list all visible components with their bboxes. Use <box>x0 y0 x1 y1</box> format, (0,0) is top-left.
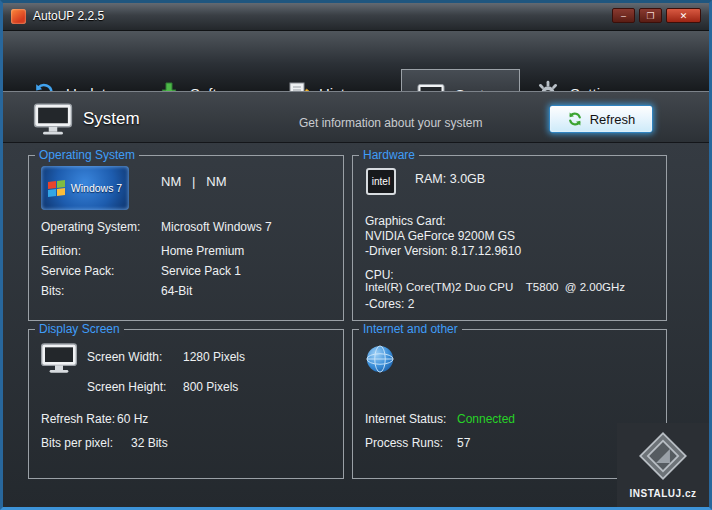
os-user-names: NM | NM <box>161 174 226 189</box>
monitor-icon <box>39 342 79 378</box>
windows-flag-icon <box>48 180 65 197</box>
os-row: Operating System:Microsoft Windows 7 <box>41 220 337 234</box>
row-label: Bits per pixel: <box>41 436 131 450</box>
row-label: Internet Status: <box>365 412 457 426</box>
row-label: Screen Height: <box>87 380 183 394</box>
row-label: Bits: <box>41 284 161 298</box>
row-value: 1280 Pixels <box>183 350 245 364</box>
instaluj-watermark: INSTALUJ.cz <box>617 423 709 507</box>
instaluj-logo-icon <box>638 431 688 485</box>
title-bar: AutoUP 2.2.5 – ❐ ✕ <box>3 3 709 31</box>
row-value: 800 Pixels <box>183 380 238 394</box>
watermark-text: INSTALUJ.cz <box>630 488 697 499</box>
panel-hardware: Hardware intel RAM: 3.0GB Graphics Card:… <box>352 155 667 321</box>
intel-logo: intel <box>366 168 396 195</box>
row-value: 32 Bits <box>131 436 168 450</box>
process-runs-row: Process Runs:57 <box>365 436 470 450</box>
row-value: 64-Bit <box>161 284 192 298</box>
panel-display-screen: Display Screen Screen Width:1280 Pixels … <box>28 329 344 479</box>
panel-title: Hardware <box>359 148 419 162</box>
os-row: Service Pack:Service Pack 1 <box>41 264 337 278</box>
row-value: 60 Hz <box>117 412 148 426</box>
panel-title: Operating System <box>35 148 139 162</box>
driver-version: -Driver Version: 8.17.12.9610 <box>365 244 521 258</box>
tab-bar: Updates Software History <box>3 31 709 91</box>
ram-value: RAM: 3.0GB <box>415 172 485 186</box>
row-label: Operating System: <box>41 220 161 234</box>
maximize-button[interactable]: ❐ <box>639 8 662 23</box>
row-label: Refresh Rate: <box>41 412 117 426</box>
row-value: Microsoft Windows 7 <box>161 220 272 234</box>
refresh-button[interactable]: Refresh <box>549 105 653 133</box>
app-icon <box>11 9 26 24</box>
main-content: Operating System Windows 7 NM | NM Opera… <box>3 143 709 507</box>
row-label: Service Pack: <box>41 264 161 278</box>
status-badge: Connected <box>457 412 515 426</box>
row-value: Home Premium <box>161 244 244 258</box>
display-row: Bits per pixel:32 Bits <box>41 436 168 450</box>
row-label: Edition: <box>41 244 161 258</box>
display-row: Screen Height:800 Pixels <box>87 380 238 394</box>
gpu-name: NVIDIA GeForce 9200M GS <box>365 229 515 243</box>
minimize-button[interactable]: – <box>612 8 635 23</box>
windows7-logo: Windows 7 <box>41 166 129 210</box>
row-label: Process Runs: <box>365 436 457 450</box>
page-subtitle: Get information about your system <box>299 116 482 130</box>
panel-operating-system: Operating System Windows 7 NM | NM Opera… <box>28 155 344 321</box>
page-title: System <box>83 109 140 129</box>
cpu-cores: -Cores: 2 <box>365 297 414 311</box>
panel-title: Display Screen <box>35 322 124 336</box>
cpu-name: Intel(R) Core(TM)2 Duo CPU T5800 @ 2.00G… <box>365 281 625 293</box>
section-header: System Get information about your system… <box>3 91 709 143</box>
window-controls: – ❐ ✕ <box>612 8 701 23</box>
monitor-icon <box>31 102 75 140</box>
close-button[interactable]: ✕ <box>666 8 701 23</box>
windows7-logo-text: Windows 7 <box>71 182 122 194</box>
row-value: Service Pack 1 <box>161 264 241 278</box>
graphics-header: Graphics Card: <box>365 214 446 228</box>
display-row: Refresh Rate:60 Hz <box>41 412 148 426</box>
os-row: Edition:Home Premium <box>41 244 337 258</box>
cpu-header: CPU: <box>365 268 394 282</box>
window-title: AutoUP 2.2.5 <box>33 9 104 23</box>
globe-icon <box>365 344 395 378</box>
os-row: Bits:64-Bit <box>41 284 337 298</box>
display-row: Screen Width:1280 Pixels <box>87 350 245 364</box>
refresh-icon <box>567 111 583 127</box>
internet-status-row: Internet Status:Connected <box>365 412 515 426</box>
app-window: AutoUP 2.2.5 – ❐ ✕ Updates <box>0 0 712 510</box>
row-value: 57 <box>457 436 470 450</box>
refresh-label: Refresh <box>590 112 636 127</box>
row-label: Screen Width: <box>87 350 183 364</box>
panel-title: Internet and other <box>359 322 462 336</box>
